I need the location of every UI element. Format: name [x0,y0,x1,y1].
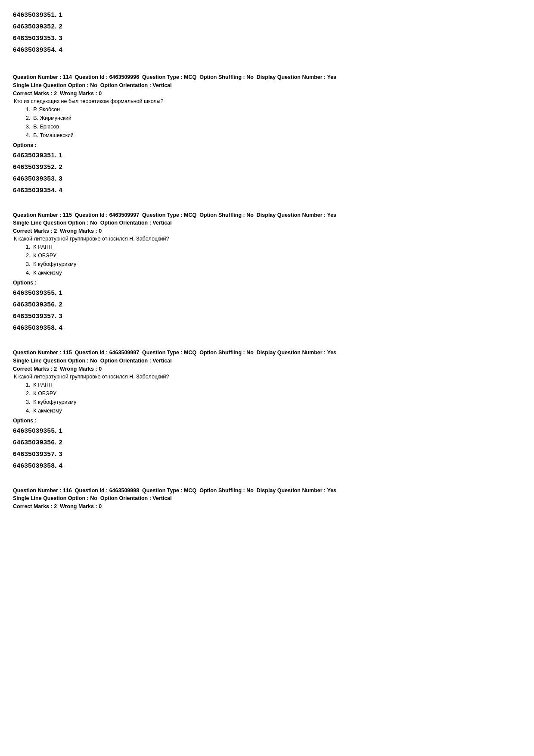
question-114-marks: Correct Marks : 2 Wrong Marks : 0 [13,91,521,97]
top-option-1: 64635039351. 1 [13,9,521,20]
question-114-header: Question Number : 114 Question Id : 6463… [13,73,521,90]
question-115-second-header: Question Number : 115 Question Id : 6463… [13,349,521,365]
top-option-4: 64635039354. 4 [13,44,521,55]
question-115-first: Question Number : 115 Question Id : 6463… [13,211,521,334]
question-115-second-answers: 1. К РАПП 2. К ОБЭРУ 3. К кубофутуризму … [13,381,521,415]
options-label: Options : [13,142,521,148]
option-line-1: 64635039355. 1 [13,287,521,298]
question-115-second: Question Number : 115 Question Id : 6463… [13,349,521,471]
option-line-2: 64635039356. 2 [13,436,521,448]
answer-item: 1. К РАПП [26,243,521,251]
option-line-4: 64635039358. 4 [13,459,521,471]
question-115-second-marks: Correct Marks : 2 Wrong Marks : 0 [13,366,521,372]
question-115-second-text: К какой литературной группировке относил… [13,374,521,380]
question-114-answers: 1. Р. Якобсон 2. В. Жирмунский 3. В. Брю… [13,105,521,140]
question-116: Question Number : 116 Question Id : 6463… [13,487,521,510]
page-content: 64635039351. 1 64635039352. 2 6463503935… [13,9,521,509]
answer-item: 1. К РАПП [26,381,521,389]
question-115-first-answers: 1. К РАПП 2. К ОБЭРУ 3. К кубофутуризму … [13,243,521,277]
answer-item: 4. К акмеизму [26,406,521,415]
answer-item: 2. К ОБЭРУ [26,389,521,398]
answer-item: 1. Р. Якобсон [26,105,521,114]
options-label: Options : [13,280,521,286]
answer-item: 2. К ОБЭРУ [26,251,521,260]
answer-item: 3. К кубофутуризму [26,398,521,406]
question-115-first-header: Question Number : 115 Question Id : 6463… [13,211,521,228]
answer-item: 4. К акмеизму [26,269,521,277]
question-116-header: Question Number : 116 Question Id : 6463… [13,487,521,503]
option-line-4: 64635039358. 4 [13,322,521,333]
top-option-3: 64635039353. 3 [13,32,521,44]
option-line-2: 64635039352. 2 [13,161,521,172]
option-line-2: 64635039356. 2 [13,298,521,310]
option-line-3: 64635039357. 3 [13,310,521,322]
option-line-1: 64635039355. 1 [13,425,521,436]
answer-item: 3. В. Брюсов [26,122,521,131]
top-options-block: 64635039351. 1 64635039352. 2 6463503935… [13,9,521,55]
option-line-4: 64635039354. 4 [13,184,521,196]
question-115-first-text: К какой литературной группировке относил… [13,236,521,242]
answer-item: 2. В. Жирмунский [26,114,521,122]
answer-item: 4. Б. Томашевский [26,131,521,140]
top-option-2: 64635039352. 2 [13,20,521,32]
answer-item: 3. К кубофутуризму [26,260,521,269]
question-114: Question Number : 114 Question Id : 6463… [13,73,521,196]
question-115-first-marks: Correct Marks : 2 Wrong Marks : 0 [13,228,521,234]
options-label: Options : [13,418,521,424]
question-114-text: Кто из следующих не был теоретиком форма… [13,98,521,104]
question-116-marks: Correct Marks : 2 Wrong Marks : 0 [13,503,521,509]
option-line-3: 64635039357. 3 [13,448,521,459]
option-line-1: 64635039351. 1 [13,149,521,161]
option-line-3: 64635039353. 3 [13,172,521,184]
